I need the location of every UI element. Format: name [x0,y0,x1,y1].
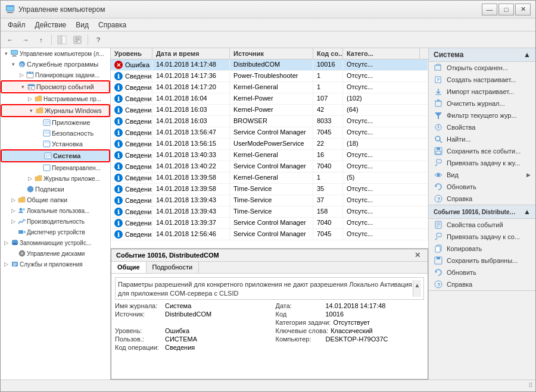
table-row[interactable]: ℹСведения14.01.2018 14:17:36Power-Troubl… [111,71,428,82]
table-row[interactable]: ℹСведения14.01.2018 13:39:43Time-Service… [111,206,428,218]
action-create[interactable]: Создать настраивает... [429,74,535,86]
action-clear[interactable]: Очистить журнал... [429,98,535,109]
action-properties[interactable]: Свойства [429,121,535,133]
action-link-task[interactable]: Привязать задачу к жу... [429,157,535,169]
tab-general[interactable]: Общие [111,262,147,273]
svg-point-63 [438,125,439,126]
action-help-event[interactable]: ? Справка [429,278,535,290]
tab-details[interactable]: Подробности [147,262,200,273]
menu-view[interactable]: Вид [71,20,94,30]
col-header-level[interactable]: Уровень [111,48,152,59]
action-help-system[interactable]: ? Справка [429,193,535,205]
menu-action[interactable]: Действие [30,20,71,30]
table-row[interactable]: ✕Ошибка14.01.2018 14:17:48DistributedCOM… [111,59,428,71]
tree-item-forwarded[interactable]: Перенаправлен... [1,162,110,173]
tree-item-disk-mgmt[interactable]: Управление дисками [1,248,110,259]
detail-close-button[interactable]: ✕ [412,251,423,259]
left-panel: ▾ Управление компьютером (л... ▾ ⚙ Служе… [1,48,111,380]
desc-scroll-down[interactable]: ▼ [413,293,421,297]
action-view[interactable]: Вид ▶ [429,169,535,181]
table-row[interactable]: ℹСведения14.01.2018 16:03Kernel-Power42(… [111,105,428,116]
table-row[interactable]: ℹСведения14.01.2018 13:56:47Service Cont… [111,127,428,139]
maximize-button[interactable]: □ [498,4,514,15]
cell-code: 1 [313,82,343,93]
cell-code: 158 [313,206,343,217]
desc-scroll-up[interactable]: ▲ [413,280,421,291]
svg-rect-82 [437,257,440,259]
table-row[interactable]: ℹСведения14.01.2018 14:17:20Kernel-Gener… [111,82,428,93]
col-header-code[interactable]: Код со... [313,48,343,59]
close-button[interactable]: ✕ [515,4,531,15]
action-find[interactable]: Найти... [429,133,535,145]
tree-item-app[interactable]: Приложение [1,117,110,128]
tree-item-windows-logs[interactable]: ▾ Журналы Windows [1,104,110,117]
table-row[interactable]: ℹСведения14.01.2018 13:40:33Kernel-Gener… [111,150,428,161]
table-row[interactable]: ℹСведения14.01.2018 16:03BROWSER8033Отсу… [111,116,428,127]
tree-item-events[interactable]: ▾ Просмотр событий [1,80,110,93]
action-open[interactable]: Открыть сохранен... [429,62,535,74]
level-text: Сведения [125,140,152,148]
cell-category: (64) [343,105,428,115]
tree-label: Безопасность [52,130,109,137]
action-filter[interactable]: Фильтр текущего жур... [429,109,535,121]
svg-marker-71 [435,185,437,187]
window-title: Управление компьютером [18,5,482,14]
col-header-category[interactable]: Катего... [343,48,420,59]
up-button[interactable]: ↑ [34,33,48,46]
properties-button[interactable] [70,33,85,46]
action-import[interactable]: Импорт настраивает... [429,86,535,98]
tree-item-services[interactable]: ▷ Службы и приложения [1,259,110,269]
action-attach-task[interactable]: Привязать задачу к со... [429,231,535,243]
table-row[interactable]: ℹСведения14.01.2018 12:56:46Service Cont… [111,229,428,240]
level-text: Сведения [125,106,152,114]
tree-item-root[interactable]: ▾ Управление компьютером (л... [1,48,110,59]
cell-datetime: 14.01.2018 13:39:37 [152,218,230,228]
tree-item-performance[interactable]: ▷ Производительность [1,216,110,227]
tree-item-subscriptions[interactable]: Подписки [1,184,110,195]
col-header-datetime[interactable]: Дата и время [152,48,230,59]
tree-item-local-users[interactable]: ▷ Локальные пользова... [1,205,110,216]
tree-item-system[interactable]: Система [1,149,110,162]
show-hide-button[interactable] [55,33,69,46]
menu-file[interactable]: Файл [3,20,30,30]
table-row[interactable]: ℹСведения14.01.2018 13:39:37Service Cont… [111,218,428,229]
table-row[interactable]: ℹСведения14.01.2018 16:04Kernel-Power107… [111,93,428,105]
action-event-props[interactable]: Свойства событий [429,219,535,231]
minimize-button[interactable]: — [482,4,497,15]
menu-help[interactable]: Справка [94,20,131,30]
table-row[interactable]: ℹСведения14.01.2018 13:40:22Service Cont… [111,161,428,173]
cell-code: 7045 [313,229,343,240]
expand-icon [34,120,42,126]
expand-icon: ▾ [18,84,27,90]
col-header-source[interactable]: Источник [230,48,313,59]
find-icon [434,134,443,144]
tree-item-security[interactable]: Безопасность [1,128,110,139]
forward-button[interactable]: → [18,33,33,46]
tree-label: Подписки [35,186,109,193]
table-row[interactable]: ℹСведения14.01.2018 13:39:58Kernel-Gener… [111,173,428,184]
table-row[interactable]: ℹСведения14.01.2018 13:56:15UserModePowe… [111,139,428,150]
action-refresh[interactable]: Обновить [429,181,535,193]
tree-item-app-logs[interactable]: ▷ Журналы приложе... [1,173,110,184]
tree-item-custom[interactable]: ▷ Настраиваемые пр... [1,93,110,104]
action-save-all[interactable]: Сохранить все событи... [429,145,535,157]
tree-item-scheduler[interactable]: ▷ Планировщик задани... [1,70,110,80]
table-row[interactable]: ℹСведения14.01.2018 13:39:43Time-Service… [111,195,428,206]
help-button[interactable]: ? [91,33,105,46]
action-copy[interactable]: Копировать [429,243,535,255]
cell-datetime: 14.01.2018 16:03 [152,105,230,115]
event-props-icon [434,220,443,230]
action-refresh-2[interactable]: Обновить [429,266,535,278]
tree-item-tools[interactable]: ▾ ⚙ Служебные программы [1,59,110,70]
tree-label: Журналы приложе... [43,175,109,182]
back-button[interactable]: ← [3,33,17,46]
action-save-selected[interactable]: Сохранить выбранны... [429,255,535,266]
clear-icon [434,99,443,108]
tree-item-shared[interactable]: ▷ Общие папки [1,195,110,205]
tree-item-device-manager[interactable]: Диспетчер устройств [1,227,110,237]
tree-item-storage[interactable]: ▷ Запоминающие устройс... [1,237,110,248]
tree-item-setup[interactable]: Установка [1,139,110,149]
table-row[interactable]: ℹСведения14.01.2018 13:39:58Time-Service… [111,184,428,195]
setup-log-icon [42,140,52,148]
sub-icon [26,185,35,193]
